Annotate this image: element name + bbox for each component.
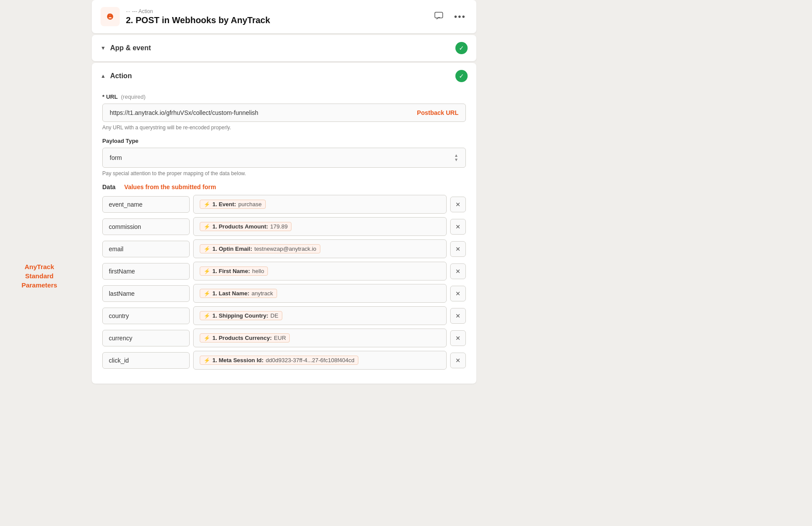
chip-value: EUR xyxy=(274,335,286,341)
data-rows-container: event_name ⚡ 1. Event: purchase ✕ xyxy=(102,195,466,370)
action-section-content: * URL (required) https://t1.anytrack.io/… xyxy=(92,89,476,384)
data-value[interactable]: ⚡ 1. Meta Session Id: dd0d9323-37ff-4...… xyxy=(193,351,447,370)
dots-icon: ··· xyxy=(126,8,130,14)
chip-label: 1. Products Currency: xyxy=(212,335,272,341)
chip-value: DE xyxy=(271,312,278,319)
data-value[interactable]: ⚡ 1. Shipping Country: DE xyxy=(193,306,447,325)
svg-rect-3 xyxy=(435,12,443,18)
chip-label: 1. Event: xyxy=(212,201,236,208)
payload-type-value: form xyxy=(110,154,122,161)
data-row: commission ⚡ 1. Products Amount: 179.89 … xyxy=(102,217,466,236)
data-value[interactable]: ⚡ 1. Last Name: anytrack xyxy=(193,284,447,303)
data-key[interactable]: firstName xyxy=(102,263,190,280)
data-key[interactable]: currency xyxy=(102,330,190,346)
delete-row-button[interactable]: ✕ xyxy=(450,263,466,279)
url-field-group: * URL (required) https://t1.anytrack.io/… xyxy=(102,93,466,131)
data-header: Data Values from the submitted form xyxy=(102,183,466,190)
zapier-chip: ⚡ 1. Optin Email: testnewzap@anytrack.io xyxy=(200,244,320,253)
data-key[interactable]: event_name xyxy=(102,196,190,213)
chip-value: hello xyxy=(252,268,264,274)
webhook-icon xyxy=(101,7,120,26)
app-event-label: App & event xyxy=(110,44,151,52)
data-row: click_id ⚡ 1. Meta Session Id: dd0d9323-… xyxy=(102,351,466,370)
url-annotation: Postback URL xyxy=(417,109,458,116)
action-section-check: ✓ xyxy=(455,70,468,82)
data-row: country ⚡ 1. Shipping Country: DE ✕ xyxy=(102,306,466,325)
chip-value: 179.89 xyxy=(270,223,288,230)
delete-row-button[interactable]: ✕ xyxy=(450,330,466,346)
zap-icon: ⚡ xyxy=(204,357,210,363)
data-value[interactable]: ⚡ 1. Products Amount: 179.89 xyxy=(193,217,447,236)
data-annotation: Values from the submitted form xyxy=(124,183,216,190)
delete-row-button[interactable]: ✕ xyxy=(450,286,466,301)
data-label: Data xyxy=(102,183,115,190)
zapier-chip: ⚡ 1. Products Currency: EUR xyxy=(200,333,290,343)
payload-type-select[interactable]: form ▲ ▼ xyxy=(102,148,466,168)
action-chevron: ▲ xyxy=(101,73,106,79)
zap-icon: ⚡ xyxy=(204,246,210,252)
app-event-check: ✓ xyxy=(455,42,468,54)
chip-value: anytrack xyxy=(252,290,273,297)
action-header: ··· --- Action 2. POST in Webhooks by An… xyxy=(92,0,476,33)
zapier-chip: ⚡ 1. Last Name: anytrack xyxy=(200,289,277,298)
zap-icon: ⚡ xyxy=(204,268,210,274)
app-event-header[interactable]: ▼ App & event ✓ xyxy=(92,35,476,61)
url-hint: Any URL with a querystring will be re-en… xyxy=(102,125,466,131)
payload-type-label: Payload Type xyxy=(102,138,466,144)
data-value[interactable]: ⚡ 1. Optin Email: testnewzap@anytrack.io xyxy=(193,239,447,258)
url-value: https://t1.anytrack.io/gfrhuVSx/collect/… xyxy=(110,109,258,116)
action-step-label: ··· --- Action xyxy=(126,8,270,14)
zap-icon: ⚡ xyxy=(204,335,210,341)
zapier-chip: ⚡ 1. Meta Session Id: dd0d9323-37ff-4...… xyxy=(200,356,358,365)
action-header-left: ··· --- Action 2. POST in Webhooks by An… xyxy=(101,7,270,26)
sidebar-label-text: AnyTrack Standard Parameters xyxy=(13,262,66,290)
comment-button[interactable] xyxy=(432,9,445,24)
payload-hint: Pay special attention to the proper mapp… xyxy=(102,170,466,176)
more-options-button[interactable]: ••• xyxy=(452,10,468,24)
app-event-chevron: ▼ xyxy=(101,45,106,51)
chip-label: 1. Last Name: xyxy=(212,290,250,297)
zap-icon: ⚡ xyxy=(204,224,210,230)
action-header-right: ••• xyxy=(432,9,468,24)
data-value[interactable]: ⚡ 1. Products Currency: EUR xyxy=(193,329,447,347)
delete-row-button[interactable]: ✕ xyxy=(450,219,466,235)
delete-row-button[interactable]: ✕ xyxy=(450,308,466,324)
zapier-chip: ⚡ 1. Products Amount: 179.89 xyxy=(200,222,291,231)
data-value[interactable]: ⚡ 1. First Name: hello xyxy=(193,262,447,280)
url-input[interactable]: https://t1.anytrack.io/gfrhuVSx/collect/… xyxy=(102,104,466,122)
data-section: Data Values from the submitted form even… xyxy=(102,183,466,370)
chip-label: 1. First Name: xyxy=(212,268,250,274)
data-key[interactable]: commission xyxy=(102,218,190,235)
chip-value: dd0d9323-37ff-4...27-6fc108f404cd xyxy=(266,357,354,363)
chip-label: 1. Meta Session Id: xyxy=(212,357,264,363)
delete-row-button[interactable]: ✕ xyxy=(450,353,466,368)
data-key[interactable]: country xyxy=(102,308,190,324)
data-key[interactable]: email xyxy=(102,241,190,257)
chip-label: 1. Optin Email: xyxy=(212,246,252,252)
data-key[interactable]: lastName xyxy=(102,285,190,302)
data-row: email ⚡ 1. Optin Email: testnewzap@anytr… xyxy=(102,239,466,258)
action-title: 2. POST in Webhooks by AnyTrack xyxy=(126,15,270,25)
zapier-chip: ⚡ 1. Event: purchase xyxy=(200,200,266,209)
zap-icon: ⚡ xyxy=(204,201,210,208)
chip-label: 1. Products Amount: xyxy=(212,223,268,230)
data-row: event_name ⚡ 1. Event: purchase ✕ xyxy=(102,195,466,214)
delete-row-button[interactable]: ✕ xyxy=(450,241,466,257)
chip-value: testnewzap@anytrack.io xyxy=(254,246,316,252)
data-row: currency ⚡ 1. Products Currency: EUR ✕ xyxy=(102,329,466,347)
data-value[interactable]: ⚡ 1. Event: purchase xyxy=(193,195,447,214)
chip-label: 1. Shipping Country: xyxy=(212,312,268,319)
action-section-header[interactable]: ▲ Action ✓ xyxy=(92,63,476,89)
zapier-chip: ⚡ 1. Shipping Country: DE xyxy=(200,311,282,320)
url-label: * URL (required) xyxy=(102,93,466,100)
sidebar-annotation: AnyTrack Standard Parameters xyxy=(4,253,74,298)
data-key[interactable]: click_id xyxy=(102,352,190,369)
action-section-header-left: ▲ Action xyxy=(101,72,132,80)
zap-icon: ⚡ xyxy=(204,291,210,297)
zap-icon: ⚡ xyxy=(204,313,210,319)
zapier-chip: ⚡ 1. First Name: hello xyxy=(200,266,268,276)
select-arrows: ▲ ▼ xyxy=(454,153,458,162)
delete-row-button[interactable]: ✕ xyxy=(450,197,466,212)
payload-type-field-group: Payload Type form ▲ ▼ Pay special attent… xyxy=(102,138,466,176)
app-event-section: ▼ App & event ✓ xyxy=(92,35,476,61)
